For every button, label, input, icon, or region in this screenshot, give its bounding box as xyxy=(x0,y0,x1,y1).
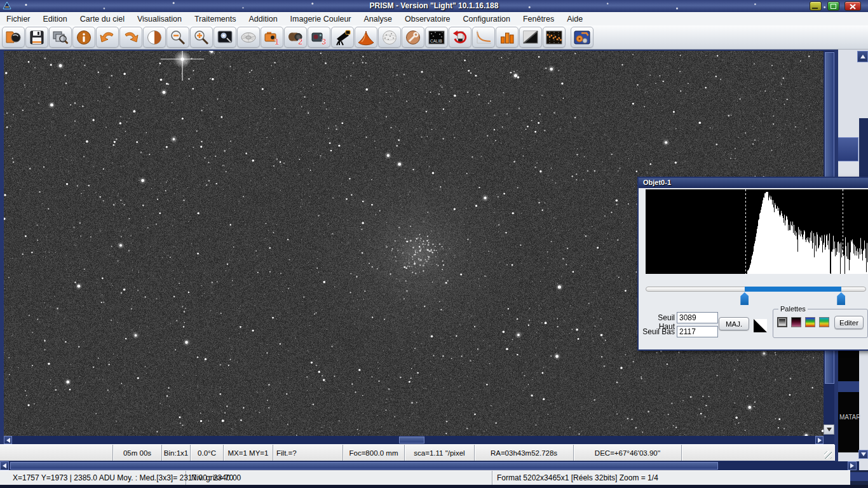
background-window-down-button[interactable] xyxy=(858,450,868,459)
close-button[interactable] xyxy=(844,1,861,11)
image-browser-icon xyxy=(51,29,69,46)
preview-screen-button[interactable] xyxy=(214,27,236,48)
status-ra: RA=03h43m52.728s xyxy=(475,445,574,461)
arrow-left-icon xyxy=(6,438,10,443)
response-curve-button[interactable] xyxy=(472,27,495,48)
image-hscroll-left-button[interactable] xyxy=(4,436,12,444)
histogram-plot-area[interactable] xyxy=(646,189,868,274)
resize-grip[interactable] xyxy=(824,451,832,459)
stack-rotate-button[interactable] xyxy=(449,27,471,48)
histogram-canvas[interactable] xyxy=(646,189,868,274)
mdi-hscroll-right-button[interactable] xyxy=(848,461,857,470)
open-image-button[interactable] xyxy=(2,27,25,48)
tools-wrench-button[interactable] xyxy=(402,27,424,48)
menu-configuration[interactable]: Configuration xyxy=(457,13,517,25)
histogram-window[interactable]: Objet0-1 Seuil Haut Seuil Bas MAJ. Palet… xyxy=(637,177,868,351)
telescope-button[interactable] xyxy=(331,27,354,48)
tools-wrench-icon xyxy=(404,29,422,46)
palette-red-purple-swatch[interactable] xyxy=(791,317,801,327)
mdi-hscroll-thumb[interactable] xyxy=(10,462,718,470)
menu-imagerie-couleur[interactable]: Imagerie Couleur xyxy=(284,13,358,25)
redo-icon xyxy=(122,29,140,46)
menu-fenetres[interactable]: Fenêtres xyxy=(517,13,560,25)
camera-3-button[interactable]: 3 xyxy=(308,27,330,48)
image-vscroll-down-button[interactable] xyxy=(824,424,834,435)
camera-1-icon: 1 xyxy=(263,29,281,46)
image-browser-button[interactable] xyxy=(49,27,72,48)
zoom-in-icon xyxy=(193,29,210,46)
undo-button[interactable] xyxy=(96,27,119,48)
profile-plot-button[interactable] xyxy=(543,27,566,48)
histogram-window-titlebar[interactable]: Objet0-1 xyxy=(639,178,868,188)
threshold-slider-range[interactable] xyxy=(745,287,841,292)
minimize-button[interactable] xyxy=(810,1,822,11)
redo-button[interactable] xyxy=(119,27,142,48)
surface-3d-button[interactable] xyxy=(355,27,377,48)
zoom-out-button[interactable] xyxy=(166,27,189,48)
menu-addition[interactable]: Addition xyxy=(242,13,283,25)
celestial-sphere-button[interactable] xyxy=(378,27,401,48)
seuil-haut-input[interactable] xyxy=(677,312,718,323)
save-icon xyxy=(28,29,46,46)
menu-visualisation[interactable]: Visualisation xyxy=(131,13,188,25)
surface-3d-icon xyxy=(357,29,375,46)
status-binning: Bin:1x1 xyxy=(162,445,191,461)
status-segment-filler xyxy=(682,445,834,461)
calibration-icon: CALIB xyxy=(428,29,445,46)
zoom-in-button[interactable] xyxy=(190,27,213,48)
histogram-bars-button[interactable] xyxy=(496,27,519,48)
maj-button[interactable]: MAJ. xyxy=(719,317,749,330)
gray-level-readout: Niv. gris= 70 xyxy=(186,471,492,485)
save-button[interactable] xyxy=(25,27,48,48)
menu-traitements[interactable]: Traitements xyxy=(188,13,243,25)
scroll-corner xyxy=(859,461,868,470)
arrow-down-icon xyxy=(827,428,832,431)
arrow-left-icon xyxy=(3,463,6,468)
camera-3-icon: 3 xyxy=(310,29,328,46)
lens-2-icon: 2 xyxy=(287,29,304,46)
automation-button[interactable] xyxy=(571,27,593,48)
mdi-vscroll-up-button[interactable] xyxy=(857,51,868,62)
image-hscroll-right-button[interactable] xyxy=(815,436,824,444)
menu-fichier[interactable]: Fichier xyxy=(0,13,37,25)
menu-carte-du-ciel[interactable]: Carte du ciel xyxy=(74,13,131,25)
thresholds-button[interactable] xyxy=(143,27,166,48)
window-titlebar[interactable]: PRISM - Version "Light" 10.1.16.188 xyxy=(0,0,868,12)
palette-rainbow-swatch[interactable] xyxy=(805,317,815,327)
calibration-button[interactable]: CALIB xyxy=(425,27,448,48)
restore-button[interactable] xyxy=(827,1,839,11)
invert-image-button[interactable] xyxy=(519,27,542,48)
open-image-icon xyxy=(4,29,22,46)
menu-observatoire[interactable]: Observatoire xyxy=(398,13,457,25)
palette-grayscale-swatch[interactable] xyxy=(777,317,787,327)
image-hscroll-thumb[interactable] xyxy=(399,437,424,444)
info-button[interactable] xyxy=(72,27,95,48)
stack-rotate-icon xyxy=(451,29,469,46)
menu-edition[interactable]: Edition xyxy=(37,13,74,25)
menu-aide[interactable]: Aide xyxy=(560,13,589,25)
svg-text:1: 1 xyxy=(275,37,279,46)
mdi-hscroll-left-button[interactable] xyxy=(0,461,9,470)
svg-text:3: 3 xyxy=(322,37,326,46)
undo-icon xyxy=(98,29,116,46)
lens-2-button[interactable]: 2 xyxy=(284,27,307,48)
threshold-low-handle[interactable] xyxy=(740,292,749,305)
camera-1-button[interactable]: 1 xyxy=(261,27,283,48)
cursor-position-readout: X=1757 Y=1973 | 2385.0 ADU Moy. : Med.[3… xyxy=(0,471,186,485)
background-window[interactable]: MATAR xyxy=(838,349,859,452)
arrow-up-icon xyxy=(860,55,865,58)
threshold-high-handle[interactable] xyxy=(837,292,845,305)
status-temperature: 0.0°C xyxy=(191,445,224,461)
seuil-bas-input[interactable] xyxy=(677,326,718,337)
mdi-vscroll-thumb[interactable] xyxy=(837,137,858,161)
status-segment-empty xyxy=(0,445,113,461)
image-horizontal-scrollbar[interactable] xyxy=(4,436,824,444)
palette-rainbow-banded-swatch[interactable] xyxy=(819,317,829,327)
mdi-horizontal-scrollbar[interactable] xyxy=(0,461,859,470)
automation-icon xyxy=(573,29,591,46)
status-mirror: MX=1 MY=1 xyxy=(224,445,273,461)
menu-analyse[interactable]: Analyse xyxy=(358,13,398,25)
flat-field-disc-button[interactable] xyxy=(237,27,260,48)
editer-button[interactable]: Editer xyxy=(834,316,864,329)
svg-text:2: 2 xyxy=(298,37,302,46)
